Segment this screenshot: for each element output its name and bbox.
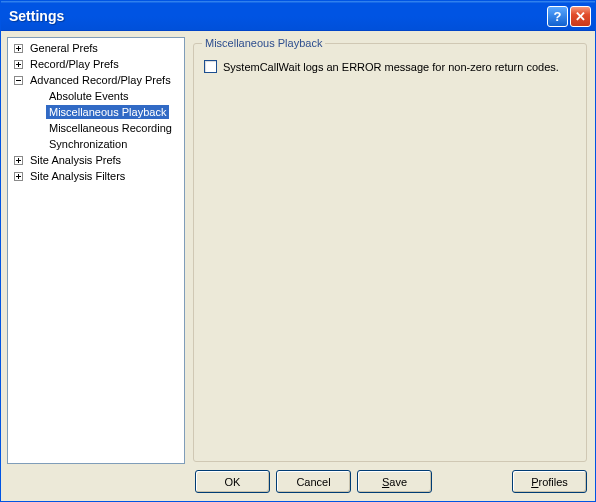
help-icon: ? [554,9,562,24]
expander-plus-icon[interactable] [14,60,23,69]
profiles-button[interactable]: Profiles [512,470,587,493]
tree-label: Site Analysis Prefs [27,153,124,167]
titlebar-buttons: ? ✕ [547,6,591,27]
tree-item-synchronization[interactable]: Synchronization [8,136,184,152]
profiles-button-label-rest: rofiles [539,476,568,488]
systemcallwait-option[interactable]: SystemCallWait logs an ERROR message for… [204,60,576,73]
settings-tree: General Prefs Record/Play Prefs [8,40,184,184]
expander-plus-icon[interactable] [14,156,23,165]
tree-label: Advanced Record/Play Prefs [27,73,174,87]
tree-item-site-analysis-filters[interactable]: Site Analysis Filters [8,168,184,184]
settings-window: Settings ? ✕ General Prefs [0,0,596,502]
ok-button[interactable]: OK [195,470,270,493]
systemcallwait-checkbox[interactable] [204,60,217,73]
group-legend: Miscellaneous Playback [202,37,325,49]
tree-item-absolute-events[interactable]: Absolute Events [8,88,184,104]
tree-label: Miscellaneous Recording [46,121,175,135]
tree-item-site-analysis-prefs[interactable]: Site Analysis Prefs [8,152,184,168]
expander-plus-icon[interactable] [14,44,23,53]
tree-item-general-prefs[interactable]: General Prefs [8,40,184,56]
button-row: OK Cancel Save Profiles [7,464,589,495]
expander-plus-icon[interactable] [14,172,23,181]
group-content: SystemCallWait logs an ERROR message for… [194,44,586,89]
window-title: Settings [9,8,547,24]
close-icon: ✕ [575,9,586,24]
content-panel: Miscellaneous Playback SystemCallWait lo… [191,37,589,464]
tree-label: Miscellaneous Playback [46,105,169,119]
tree-label: Synchronization [46,137,130,151]
tree-item-miscellaneous-playback[interactable]: Miscellaneous Playback [8,104,184,120]
titlebar: Settings ? ✕ [1,1,595,31]
tree-label: Site Analysis Filters [27,169,128,183]
tree-panel[interactable]: General Prefs Record/Play Prefs [7,37,185,464]
help-button[interactable]: ? [547,6,568,27]
tree-label: General Prefs [27,41,101,55]
save-button[interactable]: Save [357,470,432,493]
tree-item-advanced-record-play-prefs[interactable]: Advanced Record/Play Prefs [8,72,184,88]
expander-minus-icon[interactable] [14,76,23,85]
tree-item-record-play-prefs[interactable]: Record/Play Prefs [8,56,184,72]
main-area: General Prefs Record/Play Prefs [7,37,589,464]
checkbox-label: SystemCallWait logs an ERROR message for… [223,61,559,73]
miscellaneous-playback-group: Miscellaneous Playback SystemCallWait lo… [193,43,587,462]
cancel-button[interactable]: Cancel [276,470,351,493]
close-button[interactable]: ✕ [570,6,591,27]
tree-label: Record/Play Prefs [27,57,122,71]
client-area: General Prefs Record/Play Prefs [1,31,595,501]
tree-item-miscellaneous-recording[interactable]: Miscellaneous Recording [8,120,184,136]
tree-label: Absolute Events [46,89,132,103]
save-button-label-rest: ave [389,476,407,488]
